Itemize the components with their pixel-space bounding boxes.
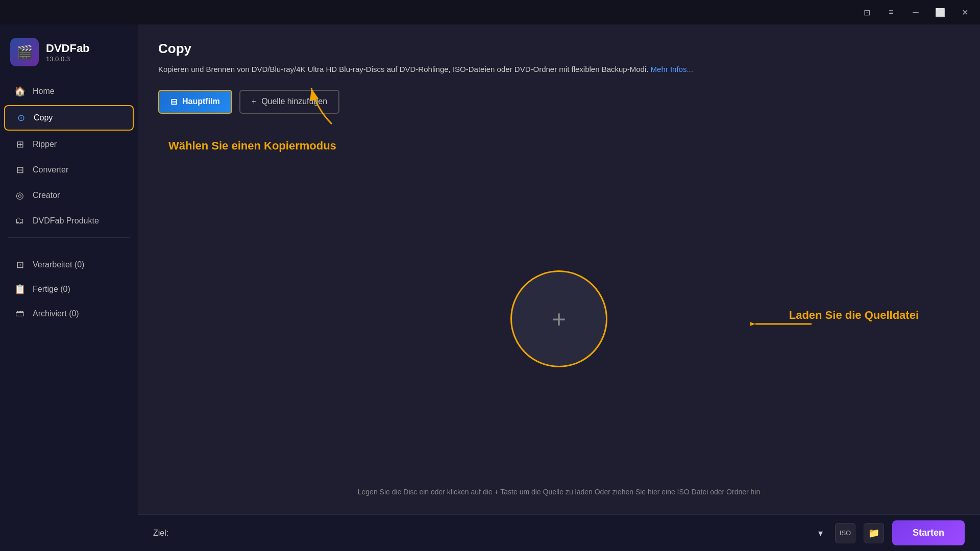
hauptfilm-button[interactable]: ⊟ Hauptfilm — [158, 90, 232, 114]
app-layout: 🎬 DVDFab 13.0.0.3 🏠 Home ⊙ Copy ⊞ Ripper… — [0, 24, 980, 551]
arrow-to-button-svg — [306, 83, 352, 129]
sidebar-label-copy: Copy — [34, 113, 53, 122]
ziel-dropdown-button[interactable]: ▾ — [814, 525, 827, 541]
folder-icon-button[interactable]: 📁 — [864, 523, 884, 543]
sidebar-label-ripper: Ripper — [33, 140, 57, 149]
ziel-label: Ziel: — [153, 529, 168, 538]
buttons-row: ⊟ Hauptfilm + Quelle hinzufügen — [158, 90, 960, 114]
app-logo: 🎬 — [10, 38, 39, 66]
copy-icon: ⊙ — [15, 112, 27, 123]
logo-area: 🎬 DVDFab 13.0.0.3 — [0, 30, 138, 79]
dvdfab-icon: 🗂 — [14, 215, 26, 226]
menu-titlebar-button[interactable]: ≡ — [884, 5, 898, 19]
converter-icon: ⊟ — [14, 164, 26, 176]
sidebar-item-home[interactable]: 🏠 Home — [4, 80, 134, 103]
sidebar-item-verarbeitet[interactable]: ⊡ Verarbeitet (0) — [4, 253, 134, 277]
page-title: Copy — [158, 41, 960, 57]
mehr-infos-link[interactable]: Mehr Infos... — [651, 65, 693, 73]
center-area: Wählen Sie einen Kopiermodus + Laden Sie… — [158, 134, 960, 505]
sidebar-item-dvdfab-produkte[interactable]: 🗂 DVDFab Produkte — [4, 209, 134, 232]
sidebar-item-ripper[interactable]: ⊞ Ripper — [4, 133, 134, 156]
description-text: Kopieren und Brennen von DVD/Blu-ray/4K … — [158, 65, 648, 73]
sidebar-label-verarbeitet: Verarbeitet (0) — [33, 260, 84, 269]
drop-hint-text: Legen Sie die Disc ein oder klicken auf … — [158, 480, 960, 504]
brand-name: DVDFab — [46, 42, 90, 55]
add-source-button[interactable]: + — [510, 270, 607, 367]
minimize-button[interactable]: ─ — [909, 5, 923, 19]
hint-kopiermodus: Wählen Sie einen Kopiermodus — [168, 139, 336, 153]
sidebar-label-archiviert: Archiviert (0) — [33, 309, 79, 318]
content-area: Copy Kopieren und Brennen von DVD/Blu-ra… — [138, 24, 980, 551]
sidebar-item-copy[interactable]: ⊙ Copy — [4, 105, 134, 131]
creator-icon: ◎ — [14, 190, 26, 201]
sidebar-item-fertige[interactable]: 📋 Fertige (0) — [4, 278, 134, 301]
hauptfilm-label: Hauptfilm — [182, 97, 220, 106]
ripper-icon: ⊞ — [14, 139, 26, 150]
iso-icon-button[interactable]: ISO — [835, 523, 855, 543]
circle-plus-icon: + — [552, 305, 566, 333]
main-panel: Copy Kopieren und Brennen von DVD/Blu-ra… — [138, 24, 980, 514]
sidebar-item-archiviert[interactable]: 🗃 Archiviert (0) — [4, 302, 134, 325]
sidebar-bottom: ⊡ Verarbeitet (0) 📋 Fertige (0) 🗃 Archiv… — [0, 252, 138, 326]
starten-button[interactable]: Starten — [892, 520, 965, 545]
close-button[interactable]: ✕ — [958, 5, 972, 19]
sidebar-label-home: Home — [33, 87, 55, 96]
hauptfilm-icon: ⊟ — [170, 97, 177, 107]
sidebar-divider — [8, 237, 130, 238]
home-icon: 🏠 — [14, 86, 26, 97]
logo-text: DVDFab 13.0.0.3 — [46, 42, 90, 63]
titlebar: ⊡ ≡ ─ ⬜ ✕ — [0, 0, 980, 24]
bottom-bar: Ziel: ▾ ISO 📁 Starten — [138, 514, 980, 551]
sidebar-label-dvdfab: DVDFab Produkte — [33, 216, 99, 226]
plus-icon: + — [252, 97, 256, 106]
sidebar-label-creator: Creator — [33, 191, 60, 200]
ziel-input[interactable] — [177, 529, 806, 537]
sidebar: 🎬 DVDFab 13.0.0.3 🏠 Home ⊙ Copy ⊞ Ripper… — [0, 24, 138, 551]
sidebar-item-creator[interactable]: ◎ Creator — [4, 184, 134, 207]
iso-icon: ISO — [840, 529, 851, 537]
sidebar-item-converter[interactable]: ⊟ Converter — [4, 158, 134, 182]
version-label: 13.0.0.3 — [46, 55, 90, 63]
maximize-button[interactable]: ⬜ — [933, 5, 947, 19]
hint-quelldatei: Laden Sie die Quelldatei — [789, 309, 919, 322]
verarbeitet-icon: ⊡ — [14, 259, 26, 270]
fertige-icon: 📋 — [14, 284, 26, 295]
page-description: Kopieren und Brennen von DVD/Blu-ray/4K … — [158, 64, 960, 76]
archiviert-icon: 🗃 — [14, 308, 26, 319]
sidebar-label-fertige: Fertige (0) — [33, 285, 70, 294]
save-titlebar-button[interactable]: ⊡ — [860, 5, 874, 19]
folder-icon: 📁 — [868, 528, 879, 539]
sidebar-label-converter: Converter — [33, 165, 68, 174]
